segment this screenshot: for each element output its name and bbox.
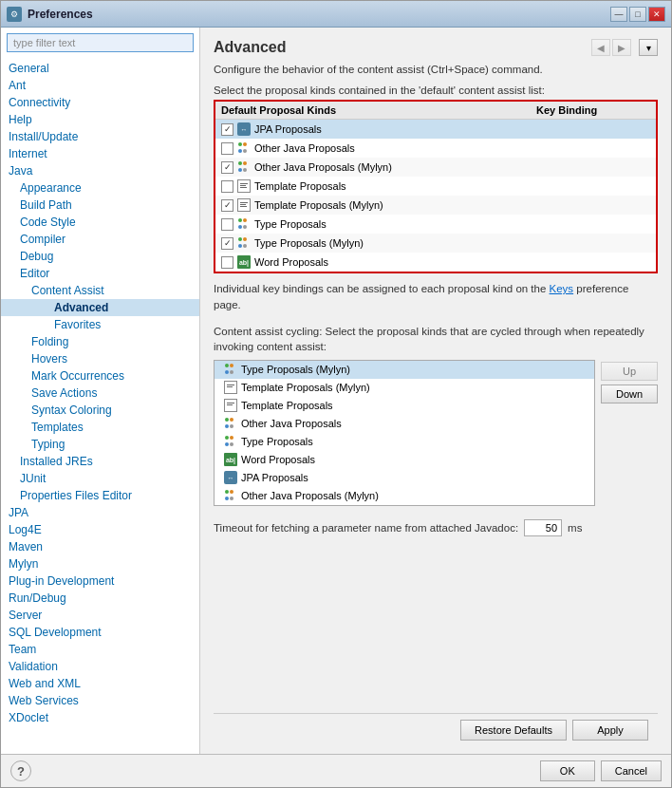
cycling-icon	[224, 363, 237, 376]
cancel-button[interactable]: Cancel	[601, 760, 662, 781]
proposal-checkbox-type[interactable]	[221, 218, 233, 231]
sidebar-item-web-services[interactable]: Web Services	[1, 692, 199, 709]
cycling-list[interactable]: Type Proposals (Mylyn) Template Proposal…	[214, 360, 595, 506]
restore-defaults-button[interactable]: Restore Defaults	[460, 720, 567, 741]
down-button[interactable]: Down	[601, 385, 658, 403]
panel-header: Advanced ◀ ▶ ▾	[214, 39, 658, 56]
sidebar-item-validation[interactable]: Validation	[1, 658, 199, 675]
minimize-button[interactable]: —	[610, 7, 627, 22]
proposal-label-jpa: JPA Proposals	[254, 123, 322, 135]
proposal-checkbox-other-java[interactable]	[221, 142, 233, 155]
sidebar-item-content-assist[interactable]: Content Assist	[1, 282, 199, 299]
cycling-area: Type Proposals (Mylyn) Template Proposal…	[214, 360, 658, 506]
table-row[interactable]: Other Java Proposals	[215, 139, 656, 158]
sidebar-item-installed-jres[interactable]: Installed JREs	[1, 453, 199, 470]
sidebar-item-jpa[interactable]: JPA	[1, 504, 199, 521]
sidebar-item-favorites[interactable]: Favorites	[1, 316, 199, 333]
proposal-label-type: Type Proposals	[254, 218, 327, 230]
footer: ? OK Cancel	[1, 754, 671, 787]
sidebar-item-ant[interactable]: Ant	[1, 77, 199, 94]
sidebar-item-compiler[interactable]: Compiler	[1, 231, 199, 248]
sidebar-item-internet[interactable]: Internet	[1, 145, 199, 162]
maximize-button[interactable]: □	[629, 7, 646, 22]
sidebar-item-log4e[interactable]: Log4E	[1, 521, 199, 538]
forward-button[interactable]: ▶	[612, 39, 631, 56]
cycling-item[interactable]: Type Proposals (Mylyn)	[215, 361, 594, 379]
close-button[interactable]: ✕	[648, 7, 665, 22]
proposal-label-type-mylyn: Type Proposals (Mylyn)	[254, 237, 364, 249]
cycling-buttons: Up Down	[601, 360, 658, 506]
cycling-item[interactable]: Template Proposals	[215, 397, 594, 415]
cycling-label: Word Proposals	[241, 454, 315, 465]
dropdown-button[interactable]: ▾	[639, 39, 658, 56]
titlebar: ⚙ Preferences — □ ✕	[1, 1, 671, 28]
table-row[interactable]: Type Proposals (Mylyn)	[215, 234, 656, 253]
sidebar-item-properties[interactable]: Properties Files Editor	[1, 487, 199, 504]
sidebar-item-sql[interactable]: SQL Development	[1, 624, 199, 641]
timeout-input[interactable]	[524, 519, 562, 536]
sidebar-item-mylyn[interactable]: Mylyn	[1, 555, 199, 572]
cycling-icon	[224, 381, 237, 394]
sidebar-item-general[interactable]: General	[1, 60, 199, 77]
sidebar-item-server[interactable]: Server	[1, 607, 199, 624]
cycling-item[interactable]: ↔ JPA Proposals	[215, 469, 594, 487]
proposal-checkbox-jpa[interactable]	[221, 123, 233, 136]
ok-button[interactable]: OK	[540, 760, 595, 781]
apply-button[interactable]: Apply	[572, 720, 648, 741]
sidebar-item-templates[interactable]: Templates	[1, 419, 199, 436]
cycling-item[interactable]: Template Proposals (Mylyn)	[215, 379, 594, 397]
keys-link[interactable]: Keys	[550, 283, 574, 294]
sidebar-item-code-style[interactable]: Code Style	[1, 214, 199, 231]
proposal-icon-type	[237, 217, 251, 231]
sidebar-item-plugin-dev[interactable]: Plug-in Development	[1, 572, 199, 590]
sidebar-item-web-xml[interactable]: Web and XML	[1, 675, 199, 692]
sidebar-item-debug[interactable]: Debug	[1, 248, 199, 265]
proposal-table: Default Proposal Kinds Key Binding ↔ JPA…	[214, 100, 658, 273]
svg-rect-7	[227, 386, 233, 387]
proposal-checkbox-type-mylyn[interactable]	[221, 237, 233, 250]
help-button[interactable]: ?	[10, 760, 31, 781]
proposal-icon-word: ab|	[237, 255, 251, 269]
cycling-icon	[224, 435, 237, 448]
sidebar-item-hovers[interactable]: Hovers	[1, 350, 199, 367]
sidebar-item-advanced[interactable]: Advanced	[1, 299, 199, 316]
table-row[interactable]: ab| Word Proposals	[215, 253, 656, 272]
window-icon: ⚙	[7, 7, 22, 22]
sidebar-item-appearance[interactable]: Appearance	[1, 179, 199, 197]
sidebar-item-typing[interactable]: Typing	[1, 436, 199, 453]
cycling-item[interactable]: Other Java Proposals	[215, 415, 594, 433]
sidebar-item-run-debug[interactable]: Run/Debug	[1, 590, 199, 607]
sidebar-item-editor[interactable]: Editor	[1, 265, 199, 282]
sidebar-item-syntax-coloring[interactable]: Syntax Coloring	[1, 402, 199, 419]
sidebar-item-junit[interactable]: JUnit	[1, 470, 199, 487]
proposal-checkbox-other-java-mylyn[interactable]	[221, 161, 233, 174]
sidebar-item-install-update[interactable]: Install/Update	[1, 128, 199, 145]
sidebar-item-java[interactable]: Java	[1, 162, 199, 179]
cycling-item[interactable]: Type Proposals	[215, 433, 594, 451]
table-row[interactable]: Template Proposals (Mylyn)	[215, 196, 656, 215]
sidebar-item-mark-occurrences[interactable]: Mark Occurrences	[1, 367, 199, 385]
table-row[interactable]: Type Proposals	[215, 215, 656, 234]
sidebar-item-team[interactable]: Team	[1, 641, 199, 658]
timeout-row: Timeout for fetching a parameter name fr…	[214, 519, 658, 536]
cycling-label: Template Proposals	[241, 400, 333, 411]
table-row[interactable]: Template Proposals	[215, 177, 656, 196]
proposal-checkbox-template[interactable]	[221, 180, 233, 193]
proposal-checkbox-word[interactable]	[221, 256, 233, 269]
sidebar-item-save-actions[interactable]: Save Actions	[1, 385, 199, 402]
sidebar-item-help[interactable]: Help	[1, 111, 199, 128]
filter-input[interactable]	[7, 33, 194, 52]
back-button[interactable]: ◀	[591, 39, 610, 56]
sidebar-item-maven[interactable]: Maven	[1, 538, 199, 555]
proposal-checkbox-template-mylyn[interactable]	[221, 199, 233, 212]
table-row[interactable]: Other Java Proposals (Mylyn)	[215, 158, 656, 177]
table-row[interactable]: ↔ JPA Proposals	[215, 120, 656, 139]
sidebar-item-folding[interactable]: Folding	[1, 333, 199, 350]
sidebar-item-connectivity[interactable]: Connectivity	[1, 94, 199, 111]
cycling-item[interactable]: ab| Word Proposals	[215, 451, 594, 469]
cycling-item[interactable]: Other Java Proposals (Mylyn)	[215, 487, 594, 505]
up-button[interactable]: Up	[601, 362, 658, 381]
sidebar-item-build-path[interactable]: Build Path	[1, 197, 199, 214]
proposal-icon-template	[237, 179, 251, 193]
sidebar-item-xdoclet[interactable]: XDoclet	[1, 709, 199, 726]
